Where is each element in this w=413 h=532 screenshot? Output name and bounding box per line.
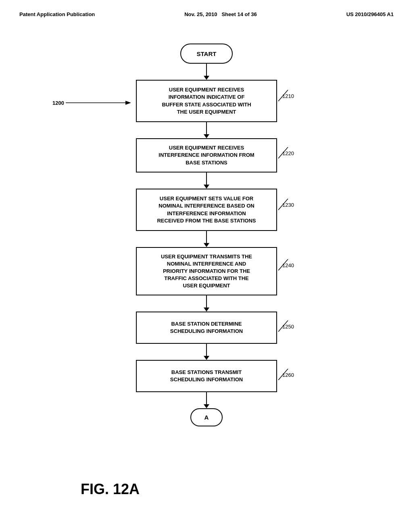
diagram-id-label: 1200 (52, 100, 64, 106)
step-1230-text: USER EQUIPMENT SETS VALUE FORNOMINAL INT… (157, 195, 256, 224)
arrow-head-1 (204, 76, 209, 80)
start-label: START (197, 50, 217, 57)
page-header: Patent Application Publication Nov. 25, … (0, 0, 413, 17)
figure-label: FIG. 12A (81, 481, 140, 498)
end-terminal: A (190, 408, 223, 426)
arrow-4 (204, 231, 209, 247)
arrow-line-2 (206, 122, 207, 134)
end-terminal-label: A (204, 414, 209, 421)
slash-1210 (278, 90, 290, 102)
arrow-line-1 (206, 64, 207, 76)
arrow-6 (204, 344, 209, 360)
svg-line-0 (278, 90, 288, 101)
arrow-line-3 (206, 172, 207, 185)
arrow-head-4 (204, 243, 209, 247)
step-1260-text: BASE STATIONS TRANSMITSCHEDULING INFORMA… (170, 369, 243, 383)
flowchart-diagram: START USER EQUIPMENT RECEIVESINFORMATION… (0, 21, 413, 517)
arrow-7 (204, 392, 209, 408)
slash-1230 (278, 199, 290, 211)
arrow-3 (204, 172, 209, 189)
arrow-head-5 (204, 308, 209, 312)
slash-1220 (278, 147, 290, 159)
arrow-head-6 (204, 356, 209, 360)
svg-line-1 (278, 147, 288, 158)
step-1250-text: BASE STATION DETERMINESCHEDULING INFORMA… (170, 320, 243, 335)
arrow-1 (204, 64, 209, 80)
step-1240-text: USER EQUIPMENT TRANSMITS THENOMINAL INTE… (161, 253, 252, 290)
header-left: Patent Application Publication (19, 11, 95, 17)
arrow-5 (204, 295, 209, 312)
svg-marker-7 (125, 101, 131, 105)
svg-line-5 (278, 369, 288, 380)
diagram-id-arrow (66, 98, 138, 108)
flow-box-1240: USER EQUIPMENT TRANSMITS THENOMINAL INTE… (136, 247, 277, 295)
step-1220-text: USER EQUIPMENT RECEIVESINTERFERENCE INFO… (159, 144, 254, 166)
header-center: Nov. 25, 2010 Sheet 14 of 36 (184, 11, 257, 17)
arrow-head-7 (204, 404, 209, 408)
svg-line-2 (278, 199, 288, 210)
arrow-head-3 (204, 185, 209, 189)
slash-1240 (278, 259, 290, 271)
flow-box-1260: BASE STATIONS TRANSMITSCHEDULING INFORMA… (136, 360, 277, 392)
arrow-line-5 (206, 295, 207, 308)
arrow-head-2 (204, 134, 209, 138)
slash-1250 (278, 320, 290, 332)
header-right: US 2010/296405 A1 (346, 11, 394, 17)
start-terminal: START (180, 44, 233, 64)
flow-box-1210: USER EQUIPMENT RECEIVESINFORMATION INDIC… (136, 80, 277, 122)
step-1210-text: USER EQUIPMENT RECEIVESINFORMATION INDIC… (162, 86, 251, 116)
arrow-line-7 (206, 392, 207, 404)
svg-line-4 (278, 320, 288, 332)
arrow-line-6 (206, 344, 207, 356)
flow-box-1250: BASE STATION DETERMINESCHEDULING INFORMA… (136, 312, 277, 344)
flow-box-1220: USER EQUIPMENT RECEIVESINTERFERENCE INFO… (136, 138, 277, 172)
flow-box-1230: USER EQUIPMENT SETS VALUE FORNOMINAL INT… (136, 189, 277, 231)
arrow-line-4 (206, 231, 207, 243)
arrow-2 (204, 122, 209, 138)
svg-line-3 (278, 259, 288, 270)
slash-1260 (278, 369, 290, 381)
